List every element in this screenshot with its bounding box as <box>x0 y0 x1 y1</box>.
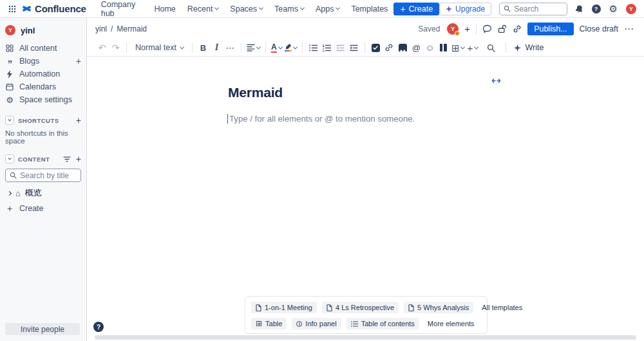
content-tree-item-overview[interactable]: ⌂ 概览 <box>0 186 86 200</box>
add-blog-plus-icon[interactable]: + <box>76 56 81 66</box>
close-draft-button[interactable]: Close draft <box>580 24 618 33</box>
horizontal-scrollbar[interactable] <box>95 335 636 340</box>
numbered-list-button[interactable] <box>320 41 334 55</box>
nav-item-templates[interactable]: Templates <box>345 0 393 18</box>
more-elements-link[interactable]: More elements <box>424 320 478 327</box>
insert-elements-dropdown[interactable]: + <box>466 41 479 55</box>
editor-main: yinl / Mermaid Saved Y + <box>87 18 644 341</box>
page-header: yinl / Mermaid Saved Y + <box>87 18 644 39</box>
space-header[interactable]: Y yinl <box>0 24 86 42</box>
upgrade-button[interactable]: Upgrade <box>439 3 491 15</box>
nav-item-apps[interactable]: Apps <box>310 0 346 18</box>
copy-link-icon[interactable] <box>513 24 522 33</box>
more-formatting-button[interactable]: ⋯ <box>223 41 237 55</box>
italic-button[interactable]: I <box>210 41 223 55</box>
insert-link-button[interactable] <box>383 41 396 55</box>
breadcrumb-page-link[interactable]: Mermaid <box>117 24 147 33</box>
comment-icon[interactable] <box>482 24 492 33</box>
settings-gear-icon[interactable]: ⚙ <box>609 4 618 14</box>
text-color-icon: A <box>271 43 277 53</box>
confluence-logo[interactable]: Confluence <box>19 3 90 14</box>
more-horizontal-icon: ⋯ <box>225 43 234 52</box>
nav-item-teams[interactable]: Teams <box>269 0 310 18</box>
nav-item-company-hub[interactable]: Company hub <box>95 0 149 18</box>
nav-item-home[interactable]: Home <box>148 0 181 18</box>
add-content-plus-icon[interactable]: + <box>76 154 81 163</box>
publish-button[interactable]: Publish... <box>527 23 573 35</box>
global-search[interactable] <box>499 3 567 15</box>
bullet-list-button[interactable] <box>307 41 320 55</box>
filter-icon[interactable] <box>63 156 71 162</box>
chevron-down-icon <box>474 44 478 49</box>
text-style-dropdown[interactable]: Normal text <box>131 43 188 52</box>
editor-canvas[interactable]: Mermaid Type / for all elements or @ to … <box>87 57 644 341</box>
bold-button[interactable]: B <box>196 41 210 55</box>
text-align-dropdown[interactable] <box>245 41 261 55</box>
text-color-dropdown[interactable]: A <box>270 41 283 55</box>
ai-write-button[interactable]: Write <box>510 43 547 52</box>
create-button[interactable]: + Create <box>393 3 439 15</box>
divider <box>365 42 365 53</box>
sidebar-create-item[interactable]: + Create <box>0 202 86 215</box>
sidebar-item-all-content[interactable]: All content <box>0 42 86 55</box>
task-list-button[interactable] <box>369 41 383 55</box>
shortcuts-empty-message: No shortcuts in this space <box>0 125 86 145</box>
template-chip-5-whys-analysis[interactable]: 5 Whys Analysis <box>404 302 473 313</box>
page-title[interactable]: Mermaid <box>228 85 283 100</box>
find-replace-button[interactable] <box>484 41 498 55</box>
help-floating-button[interactable]: ? <box>93 322 104 332</box>
sparkle-icon <box>446 6 452 12</box>
highlight-color-dropdown[interactable] <box>283 41 298 55</box>
emoji-button[interactable]: ☺ <box>423 41 437 55</box>
content-search[interactable] <box>5 169 81 182</box>
all-templates-link[interactable]: All templates <box>478 304 526 311</box>
sidebar-item-space-settings[interactable]: ⚙ Space settings <box>0 93 86 106</box>
expand-width-icon[interactable] <box>491 78 501 84</box>
sidebar-item-automation[interactable]: Automation <box>0 68 86 80</box>
layouts-button[interactable] <box>437 41 450 55</box>
more-actions-icon[interactable]: ⋯ <box>624 24 634 33</box>
content-search-input[interactable] <box>20 171 77 180</box>
chevron-right-icon[interactable] <box>7 190 12 195</box>
numbered-list-icon <box>323 44 331 51</box>
indent-icon <box>350 44 358 51</box>
nav-item-recent[interactable]: Recent <box>182 0 225 18</box>
emoji-icon: ☺ <box>425 43 434 52</box>
unlock-icon[interactable] <box>498 24 507 33</box>
insert-table-dropdown[interactable]: ⊞ <box>450 41 466 55</box>
chevron-down-icon <box>214 6 219 10</box>
content-collapse-button[interactable] <box>5 154 14 163</box>
template-chip-1on1-meeting[interactable]: 1-on-1 Meeting <box>251 302 317 313</box>
blogs-quote-icon: ” <box>5 60 14 66</box>
link-icon <box>384 43 393 52</box>
text-cursor <box>227 114 228 124</box>
user-avatar[interactable]: Y <box>626 4 636 14</box>
element-chip-table[interactable]: ⊞ Table <box>251 318 287 329</box>
outdent-button[interactable] <box>334 41 347 55</box>
invite-people-button[interactable]: Invite people <box>5 323 80 335</box>
plus-icon: + <box>5 203 14 214</box>
element-chip-table-of-contents[interactable]: Table of contents <box>346 318 419 329</box>
insert-image-button[interactable] <box>396 41 410 55</box>
top-navigation-bar: Confluence Company hub Home Recent Space… <box>0 0 644 18</box>
help-icon[interactable]: ? <box>592 5 601 14</box>
template-chip-4ls-retrospective[interactable]: 4 Ls Retrospective <box>322 302 399 313</box>
redo-button[interactable]: ↷ <box>109 41 122 55</box>
sidebar-item-calendars[interactable]: Calendars <box>0 80 86 93</box>
editor-body-placeholder[interactable]: Type / for all elements or @ to mention … <box>227 114 415 124</box>
notifications-bell-icon[interactable] <box>574 3 583 14</box>
add-shortcut-plus-icon[interactable]: + <box>76 116 81 125</box>
sidebar-item-blogs[interactable]: ” Blogs + <box>0 55 86 68</box>
shortcuts-collapse-button[interactable] <box>5 116 14 125</box>
add-collaborator-plus-icon[interactable]: + <box>464 24 470 33</box>
indent-button[interactable] <box>347 41 361 55</box>
chevron-down-icon <box>259 6 263 10</box>
nav-item-spaces[interactable]: Spaces <box>224 0 269 18</box>
global-search-input[interactable] <box>514 5 562 14</box>
breadcrumb-space-link[interactable]: yinl <box>95 24 107 33</box>
mention-button[interactable]: @ <box>410 41 423 55</box>
undo-button[interactable]: ↶ <box>95 41 109 55</box>
collaborator-avatar[interactable]: Y <box>447 23 459 35</box>
element-chip-info-panel[interactable]: i Info panel <box>292 318 341 329</box>
app-switcher-button[interactable] <box>5 5 19 13</box>
